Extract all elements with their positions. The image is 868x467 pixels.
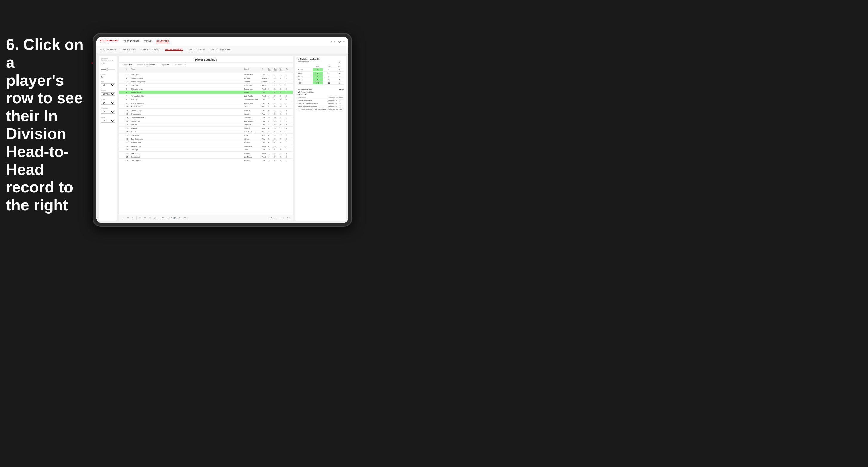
h2h-title: In Division Head-to-Head	[298, 58, 344, 60]
table-row[interactable]: 24 Bastien Amat New Mexico Fourth 1 27 2…	[119, 155, 293, 159]
grid-button[interactable]: ⊞	[138, 216, 142, 220]
table-row[interactable]: 8 Mats Ege East Tennessee State Fifth 1 …	[119, 98, 293, 101]
watch-button[interactable]: 👁 Watch ▾	[269, 217, 277, 219]
tournament-row: Mirabel Maui Jim Intercollegiate Stroke …	[298, 105, 344, 108]
sub-nav-player-summary[interactable]: PLAYER SUMMARY	[165, 48, 183, 51]
save-custom-view-button[interactable]: 💾 Save Custom View	[173, 217, 188, 219]
gender-filter-label: Gender:	[123, 64, 129, 66]
conference-select[interactable]: (All)	[101, 110, 115, 114]
undo2-button[interactable]: ↩	[126, 216, 130, 220]
player-select[interactable]: (All)	[101, 119, 115, 123]
division-filter-value: NCAA Division I	[144, 64, 156, 66]
nav-committee[interactable]: COMMITTEE	[156, 39, 169, 43]
tournament-col-type: Event Type	[328, 96, 336, 99]
logo-text: SCOREBOARD	[100, 39, 119, 42]
close-h2h-button[interactable]: ✕	[338, 61, 341, 64]
download-button[interactable]: ⬇	[279, 217, 281, 219]
opponents-stat-line: Opponents in division: 98.1%	[298, 89, 344, 90]
share-button[interactable]: Share	[286, 217, 290, 219]
h2h-row: >100 578 11 1	[298, 82, 344, 85]
sign-out-button[interactable]: Sign out	[337, 40, 345, 42]
no-rds-slider[interactable]	[101, 68, 115, 71]
h2h-col-tie: Tie	[335, 65, 344, 68]
table-row[interactable]: 17 David Ford North Carolina Third 6 21 …	[119, 130, 293, 134]
logo-area: SCOREBOARD Powered by clippi	[100, 39, 119, 43]
col-num: #	[126, 68, 131, 72]
conference-filter-label: Conference:	[174, 64, 183, 66]
sub-nav-team-h2h-heatmap[interactable]: TEAM H2H HEATMAP	[141, 49, 160, 51]
table-row[interactable]: 21 Taehoon Song Washington Fourth 6 23 2…	[119, 145, 293, 148]
table-row[interactable]: 15 Jake Hall Tennessee Fifth 7 26 26 0	[119, 123, 293, 127]
table-row[interactable]: 14 Maxwell Ford North Carolina Third 8 2…	[119, 119, 293, 123]
opponents-label: Opponents in division:	[298, 89, 312, 90]
nav-indicator-icon: ◁ ▷	[331, 40, 335, 43]
nav-bar: SCOREBOARD Powered by clippi TOURNAMENTS…	[96, 37, 348, 46]
view-original-button[interactable]: 👁 View: Original	[160, 217, 172, 219]
panel-header: Player Standings	[119, 56, 293, 63]
main-content: Update time: 27/03/2024 16:56:26 No Rds.…	[96, 54, 348, 223]
table-row[interactable]: 22 Ian Gilligan Florida Third 10 24 24 1	[119, 148, 293, 152]
col-reg-rank: Reg Rank	[268, 68, 274, 72]
sidebar-no-rds: No Rds. 6	[101, 63, 115, 71]
tournament-col-name: Tournament	[298, 96, 328, 99]
sub-nav-player-h2h-heatmap[interactable]: PLAYER H2H HEATMAP	[210, 49, 231, 51]
table-row[interactable]: 12 Brendan Valles Auburn Third 1 21 21 0	[119, 112, 293, 116]
update-time-value: 27/03/2024 16:56:26	[101, 60, 115, 61]
table-row[interactable]: 11 Gordon Sargent Vanderbilt Third 4 21 …	[119, 108, 293, 112]
redo-button[interactable]: ↪	[131, 216, 135, 220]
undo-button[interactable]: ↩	[122, 216, 125, 220]
table-row[interactable]: 6 Jackson Koivun Auburn First 1 21 21 1	[119, 91, 293, 94]
table-row[interactable]: 18 Luke Powell UCLA First 3 24 24 1	[119, 134, 293, 137]
region-select[interactable]: N/A	[101, 101, 115, 105]
copy-button[interactable]: ⊡	[148, 216, 152, 220]
table-row[interactable]: 20 Matthew Riedel Vanderbilt Fifth 9 21 …	[119, 141, 293, 145]
table-row[interactable]: 4 Luke Claton Florida State Second 1 17 …	[119, 84, 293, 87]
division-select[interactable]: NCAA Division I	[101, 92, 115, 96]
table-row[interactable]: 23 Jack Lundin Missouri Fourth 11 24 24 …	[119, 152, 293, 155]
nav-tournaments[interactable]: TOURNAMENTS	[124, 39, 140, 43]
grid-view-button[interactable]: ⊟	[283, 217, 284, 219]
view-icon: 👁	[160, 217, 162, 219]
sidebar-year: Year (All)	[101, 81, 115, 87]
table-row[interactable]: 10 Jacob Mac Dieson Arkansas Fifth 5 23 …	[119, 105, 293, 108]
sidebar-player: Player (All)	[101, 117, 115, 123]
sub-nav-player-h2h-grid[interactable]: PLAYER H2H GRID	[188, 49, 205, 51]
table-row[interactable]: 9 Preston Summerhays Arizona State Third…	[119, 101, 293, 105]
wl-record-line: W-L-T record in-division:	[298, 91, 344, 93]
sub-nav-team-summary[interactable]: TEAM SUMMARY	[100, 49, 116, 51]
toolbar-right: 👁 Watch ▾ ⬇ ⊟ Share	[269, 217, 290, 219]
h2h-grid: Win Loss Tie Top 10 8 3 2 11-25 20 9 5 2…	[298, 65, 344, 85]
instruction-text: 6. Click on a player's row to see their …	[6, 36, 93, 214]
table-row[interactable]: 7 Nicholas Gabrelcik North Florida Fourt…	[119, 94, 293, 98]
bottom-toolbar: ↩ ↩ ↪ ⊞ ✂ ⊡ ◎ 👁 View: Original 💾 Sa	[119, 215, 293, 220]
nav-teams[interactable]: TEAMS	[145, 39, 152, 43]
table-row[interactable]: 16 Alex Goff Kentucky Fifth 8 19 19 0	[119, 127, 293, 130]
table-body: 1 Wenyi Ding Arizona State First 1 1 18 …	[119, 73, 293, 162]
refresh-button[interactable]: ◎	[153, 216, 156, 220]
year-select[interactable]: (All)	[101, 83, 115, 87]
cut-button[interactable]: ✂	[143, 216, 147, 220]
tournament-col-pos: Pos	[336, 96, 339, 99]
wl-record-value: 674 - 33 - 12	[298, 93, 306, 95]
table-row[interactable]: 1 Wenyi Ding Arizona State First 1 1 18 …	[119, 73, 293, 76]
table-row[interactable]: 19 Tiger Christensen Arizona Third 8 23 …	[119, 137, 293, 141]
view-label: View: Original	[162, 217, 172, 219]
table-row[interactable]: 2 Michael La Sasso Ole Miss Second 1 18 …	[119, 76, 293, 80]
tablet-frame: SCOREBOARD Powered by clippi TOURNAMENTS…	[93, 33, 352, 227]
table-row[interactable]: 25 Cole Sherwood Vanderbilt Third 12 23 …	[119, 159, 293, 162]
save-label: Save Custom View	[175, 217, 188, 219]
table-row[interactable]: 3 Michael Thorbjornsen Stanford Second 1…	[119, 80, 293, 84]
h2h-col-label	[298, 65, 313, 68]
region-filter-value: All	[167, 64, 169, 66]
sub-nav-team-h2h-grid[interactable]: TEAM H2H GRID	[121, 49, 136, 51]
col-empty	[122, 68, 126, 72]
table-row[interactable]: 13 Phichakun Maichon Texas A&M Third 6 3…	[119, 116, 293, 119]
sidebar-conference: Conference (All)	[101, 108, 115, 114]
table-row[interactable]: 5 Christo Lamprecht Georgia Tech Fourth …	[119, 87, 293, 91]
col-conf-rank: Conf Rank	[274, 68, 280, 72]
h2h-col-loss: Loss	[323, 65, 335, 68]
tournaments-table: Tournament Event Type Pos Score Amer Ari…	[298, 96, 344, 111]
tournament-row: Fallen Oak Collegiate Invitational Strok…	[298, 102, 344, 105]
sub-nav: TEAM SUMMARY TEAM H2H GRID TEAM H2H HEAT…	[96, 46, 348, 54]
save-icon: 💾	[173, 217, 175, 219]
